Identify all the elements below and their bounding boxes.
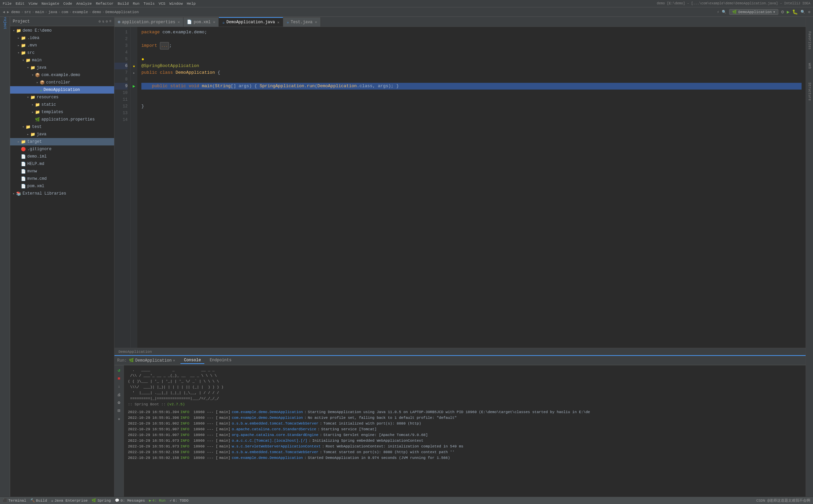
tab-pom-xml[interactable]: 📄 pom.xml ✕ — [183, 17, 219, 27]
status-spring[interactable]: 🌿 Spring — [92, 498, 111, 503]
run-btn-filter[interactable]: ⊟ — [115, 407, 123, 414]
bc-example[interactable]: example — [72, 10, 88, 14]
run-tab-console[interactable]: Console — [180, 357, 204, 364]
run-label-close[interactable]: ✕ — [173, 358, 175, 363]
tree-item-resources[interactable]: ▾ 📁 resources — [10, 94, 114, 101]
web-icon[interactable]: Web — [807, 59, 813, 73]
tree-item-help-md[interactable]: 📄 HELP.md — [10, 160, 114, 168]
log-logger-8[interactable]: o.s.b.w.embedded.tomcat.TomcatWebServer — [232, 449, 318, 455]
tab-close-props[interactable]: ✕ — [178, 20, 180, 24]
gutter-9[interactable]: ▶ — [131, 83, 137, 90]
run-tab-endpoints[interactable]: Endpoints — [206, 357, 235, 364]
menu-refactor[interactable]: Refactor — [96, 2, 114, 6]
menu-code[interactable]: Code — [63, 2, 72, 6]
menu-help[interactable]: Help — [187, 2, 196, 6]
menu-build[interactable]: Build — [117, 2, 129, 6]
nav-back[interactable]: ◀ — [3, 10, 5, 14]
tree-item-java[interactable]: ▾ 📁 java — [10, 64, 114, 71]
log-logger-2[interactable]: com.example.demo.DemoApplication — [232, 415, 303, 421]
log-logger-1[interactable]: com.example.demo.DemoApplication — [232, 409, 303, 415]
tree-item-demo-root[interactable]: ▾ 📁 demo E:\demo — [10, 27, 114, 34]
bc-demo[interactable]: demo — [11, 10, 20, 14]
bc-java[interactable]: java — [48, 10, 57, 14]
tree-item-test[interactable]: ▾ 📁 test — [10, 123, 114, 131]
tab-close-xml[interactable]: ✕ — [213, 20, 215, 24]
tree-item-src[interactable]: ▾ 📁 src — [10, 49, 114, 57]
tree-item-external-libs[interactable]: ▸ 📚 External Libraries — [10, 190, 114, 197]
bc-src[interactable]: src — [24, 10, 31, 14]
tree-item-gitignore[interactable]: 🔴 .gitignore — [10, 145, 114, 153]
bc-demoapplication[interactable]: DemoApplication — [105, 10, 139, 14]
nav-settings-btn[interactable]: ⚙ — [808, 10, 810, 14]
run-btn-print[interactable]: 🖨 — [115, 391, 123, 398]
run-btn-restart[interactable]: ↺ — [115, 367, 123, 374]
menu-navigate[interactable]: Navigate — [41, 2, 59, 6]
tree-item-main[interactable]: ▾ 📁 main — [10, 57, 114, 64]
status-build[interactable]: 🔨 Build — [30, 498, 47, 503]
tree-item-app-props[interactable]: 🌿 application.properties — [10, 116, 114, 123]
bc-com[interactable]: com — [62, 10, 68, 14]
tree-item-templates[interactable]: ▸ 📁 templates — [10, 108, 114, 116]
nav-build-btn[interactable]: ⚙ — [781, 9, 784, 15]
menu-view[interactable]: View — [29, 2, 37, 6]
favorites-icon[interactable]: Favorites — [807, 30, 813, 51]
menu-tools[interactable]: Tools — [143, 2, 155, 6]
log-logger-3[interactable]: o.s.b.w.embedded.tomcat.TomcatWebServer — [232, 421, 318, 427]
run-btn-scroll-end[interactable]: ↓ — [115, 383, 123, 390]
tree-item-pom-xml[interactable]: 📄 pom.xml — [10, 182, 114, 190]
nav-icon-2[interactable]: 🔍 — [722, 10, 726, 14]
tree-item-controller[interactable]: ▸ 📦 controller — [10, 79, 114, 86]
status-terminal[interactable]: ⬛ Terminal — [3, 498, 26, 503]
tab-application-properties[interactable]: ⚙ application.properties ✕ — [114, 17, 183, 27]
tab-close-test[interactable]: ✕ — [315, 20, 317, 24]
nav-forward[interactable]: ▶ — [7, 10, 9, 14]
project-icon-menu[interactable]: ≡ — [109, 19, 111, 24]
bc-main[interactable]: main — [35, 10, 44, 14]
nav-search-btn[interactable]: 🔍 — [801, 10, 805, 14]
menu-file[interactable]: File — [3, 2, 11, 6]
bc-demodemo[interactable]: demo — [92, 10, 101, 14]
menu-run[interactable]: Run — [133, 2, 139, 6]
tree-item-demo-app[interactable]: ☕ DemoApplication — [10, 86, 114, 94]
menu-vcs[interactable]: VCS — [159, 2, 165, 6]
status-java-enterprise[interactable]: ☕ Java Enterprise — [51, 498, 88, 503]
run-btn-close[interactable]: ✕ — [115, 415, 123, 423]
log-logger-5[interactable]: org.apache.catalina.core.StandardEngine — [232, 432, 318, 438]
tree-item-mvnw-cmd[interactable]: 📄 mvnw.cmd — [10, 175, 114, 182]
run-btn-stop[interactable]: ■ — [115, 375, 123, 382]
tree-item-mvn[interactable]: ▸ 📁 .mvn — [10, 42, 114, 49]
tree-item-test-java[interactable]: ▸ 📁 java — [10, 131, 114, 138]
tab-demo-application[interactable]: ☕ DemoApplication.java ✕ — [219, 17, 283, 27]
menu-window[interactable]: Window — [169, 2, 183, 6]
menu-edit[interactable]: Edit — [15, 2, 24, 6]
tree-item-static[interactable]: ▸ 📁 static — [10, 101, 114, 108]
status-messages[interactable]: 💬 0: Messages — [115, 498, 145, 503]
structure-icon[interactable]: Structure — [807, 81, 813, 102]
log-logger-4[interactable]: o.apache.catalina.core.StandardService — [232, 427, 316, 432]
tab-close-demo[interactable]: ✕ — [277, 20, 280, 25]
tree-item-idea[interactable]: ▸ 📁 .idea — [10, 34, 114, 42]
tree-item-demo-iml[interactable]: 📄 demo.iml — [10, 153, 114, 160]
status-run[interactable]: ▶ 4: Run — [149, 498, 166, 503]
log-logger-6[interactable]: o.a.c.c.C.[Tomcat].[localhost].[/] — [232, 438, 307, 444]
tree-item-mvnw[interactable]: 📄 mvnw — [10, 168, 114, 175]
project-icon-sort[interactable]: ⇅ — [102, 19, 104, 24]
console-output[interactable]: . ____ _ __ _ _ /\\ / ___'_ __ _ _(_)_ _… — [124, 365, 806, 497]
nav-run-btn[interactable]: ▶ — [787, 9, 789, 15]
menu-analyze[interactable]: Analyze — [76, 2, 92, 6]
project-icon-settings[interactable]: ⚙ — [99, 19, 101, 24]
gutter-7[interactable]: ▸ — [131, 69, 137, 76]
log-logger-9[interactable]: com.example.demo.DemoApplication — [232, 455, 303, 461]
run-btn-settings[interactable]: ⚙ — [115, 399, 123, 406]
bulb-icon[interactable]: ● — [141, 56, 144, 63]
tree-item-package[interactable]: ▾ 📦 com.example.demo — [10, 71, 114, 79]
code-content[interactable]: package com.example.demo; import ... ; ● — [137, 27, 806, 348]
nav-icon-1[interactable]: ⚡ — [717, 10, 719, 14]
log-logger-7[interactable]: w.s.c.ServletWebServerApplicationContext — [232, 444, 320, 449]
tab-test-java[interactable]: ☕ Test.java ✕ — [283, 17, 321, 27]
project-icon-config[interactable]: ⚙ — [106, 19, 108, 24]
nav-debug-btn[interactable]: 🐛 — [792, 9, 798, 15]
activity-project[interactable]: Project — [1, 18, 9, 26]
status-todo[interactable]: ✓ 6: TODO — [170, 498, 189, 503]
import-ellipsis[interactable]: ... — [160, 42, 169, 49]
